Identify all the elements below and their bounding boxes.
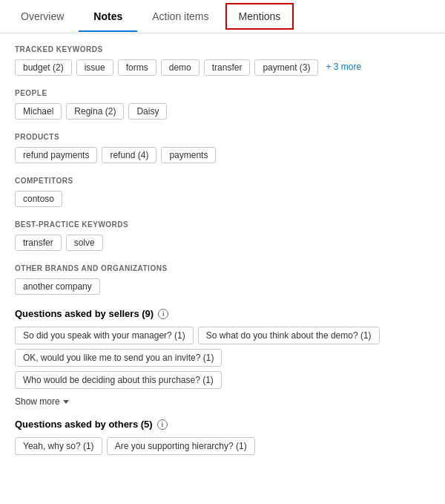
questions-others-info-icon[interactable]: i <box>157 419 168 430</box>
people-tags: Michael Regina (2) Daisy <box>15 103 430 120</box>
tag-refund[interactable]: refund (4) <box>102 147 156 163</box>
tracked-keywords-tags: budget (2) issue forms demo transfer pay… <box>15 59 430 76</box>
products-tags: refund payments refund (4) payments <box>15 147 430 163</box>
question-tag-why[interactable]: Yeah, why so? (1) <box>15 437 102 455</box>
tag-contoso[interactable]: contoso <box>15 191 62 207</box>
tag-forms[interactable]: forms <box>118 59 156 76</box>
section-other-brands: OTHER BRANDS AND ORGANIZATIONS another c… <box>15 264 430 295</box>
tag-refund-payments[interactable]: refund payments <box>15 147 97 163</box>
tab-overview[interactable]: Overview <box>6 1 79 31</box>
competitors-title: COMPETITORS <box>15 177 430 185</box>
tag-issue[interactable]: issue <box>76 59 113 76</box>
section-tracked-keywords: TRACKED KEYWORDS budget (2) issue forms … <box>15 45 430 76</box>
best-practice-tags: transfer solve <box>15 235 430 251</box>
other-brands-tags: another company <box>15 278 430 295</box>
question-tag-hierarchy[interactable]: Are you supporting hierarchy? (1) <box>107 437 255 455</box>
section-products: PRODUCTS refund payments refund (4) paym… <box>15 133 430 163</box>
content-area: TRACKED KEYWORDS budget (2) issue forms … <box>0 33 445 477</box>
tag-regina[interactable]: Regina (2) <box>66 103 124 120</box>
questions-others-tags: Yeah, why so? (1) Are you supporting hie… <box>15 437 430 455</box>
question-tag-manager[interactable]: So did you speak with your manager? (1) <box>15 327 194 344</box>
tag-demo[interactable]: demo <box>161 59 200 76</box>
tab-action-items[interactable]: Action items <box>137 1 223 31</box>
question-tag-purchase[interactable]: Who would be deciding about this purchas… <box>15 371 222 389</box>
chevron-down-icon <box>63 400 69 404</box>
tab-mentions[interactable]: Mentions <box>225 3 294 30</box>
tag-more-link[interactable]: + 3 more <box>323 59 364 76</box>
section-questions-sellers: Questions asked by sellers (9) i So did … <box>15 308 430 408</box>
section-competitors: COMPETITORS contoso <box>15 177 430 207</box>
section-people: PEOPLE Michael Regina (2) Daisy <box>15 89 430 120</box>
products-title: PRODUCTS <box>15 133 430 141</box>
competitors-tags: contoso <box>15 191 430 207</box>
other-brands-title: OTHER BRANDS AND ORGANIZATIONS <box>15 264 430 272</box>
tab-notes[interactable]: Notes <box>79 1 137 31</box>
tag-solve[interactable]: solve <box>66 235 103 251</box>
tag-budget[interactable]: budget (2) <box>15 59 72 76</box>
show-more-button[interactable]: Show more <box>15 395 430 408</box>
tag-michael[interactable]: Michael <box>15 103 62 120</box>
tag-daisy[interactable]: Daisy <box>128 103 167 120</box>
tab-bar: Overview Notes Action items Mentions <box>0 0 445 33</box>
question-tag-invite[interactable]: OK, would you like me to send you an inv… <box>15 349 222 367</box>
people-title: PEOPLE <box>15 89 430 97</box>
question-tag-demo[interactable]: So what do you think about the demo? (1) <box>198 327 380 344</box>
tag-payments[interactable]: payments <box>161 147 216 163</box>
questions-sellers-info-icon[interactable]: i <box>158 309 168 319</box>
questions-others-title: Questions asked by others (5) i <box>15 419 430 430</box>
tag-another-company[interactable]: another company <box>15 278 100 295</box>
best-practice-title: BEST-PRACTICE KEYWORDS <box>15 220 430 229</box>
tag-payment[interactable]: payment (3) <box>254 59 318 76</box>
tag-transfer[interactable]: transfer <box>204 59 251 76</box>
section-best-practice: BEST-PRACTICE KEYWORDS transfer solve <box>15 220 430 251</box>
tag-transfer-bp[interactable]: transfer <box>15 235 62 251</box>
section-questions-others: Questions asked by others (5) i Yeah, wh… <box>15 419 430 455</box>
questions-sellers-title: Questions asked by sellers (9) i <box>15 308 430 319</box>
questions-sellers-tags: So did you speak with your manager? (1) … <box>15 327 430 389</box>
tracked-keywords-title: TRACKED KEYWORDS <box>15 45 430 53</box>
